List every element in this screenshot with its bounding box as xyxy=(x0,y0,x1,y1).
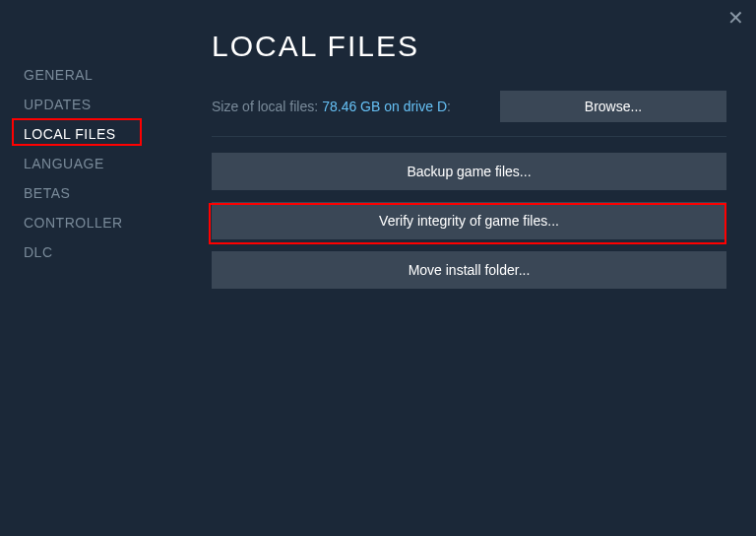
browse-button[interactable]: Browse... xyxy=(500,91,726,122)
backup-button[interactable]: Backup game files... xyxy=(212,153,726,190)
size-row: Size of local files: 78.46 GB on drive D… xyxy=(212,91,726,122)
sidebar-item-general[interactable]: GENERAL xyxy=(20,61,96,89)
sidebar-item-local-files[interactable]: LOCAL FILES xyxy=(20,120,120,148)
close-icon[interactable]: ✕ xyxy=(727,8,744,28)
size-label: Size of local files: xyxy=(212,99,318,114)
move-install-button[interactable]: Move install folder... xyxy=(212,251,726,289)
verify-integrity-button[interactable]: Verify integrity of game files... xyxy=(212,202,726,239)
sidebar-item-language[interactable]: LANGUAGE xyxy=(20,150,108,177)
sidebar-item-dlc[interactable]: DLC xyxy=(20,238,57,266)
page-title: LOCAL FILES xyxy=(212,30,726,63)
size-colon: : xyxy=(447,99,451,114)
sidebar-item-updates[interactable]: UPDATES xyxy=(20,91,95,118)
content-panel: LOCAL FILES Size of local files: 78.46 G… xyxy=(212,30,726,301)
size-value: 78.46 GB on drive D xyxy=(322,99,447,114)
sidebar-item-betas[interactable]: BETAS xyxy=(20,179,74,207)
divider xyxy=(212,136,726,137)
sidebar: GENERAL UPDATES LOCAL FILES LANGUAGE BET… xyxy=(0,0,187,268)
sidebar-item-controller[interactable]: CONTROLLER xyxy=(20,209,127,236)
